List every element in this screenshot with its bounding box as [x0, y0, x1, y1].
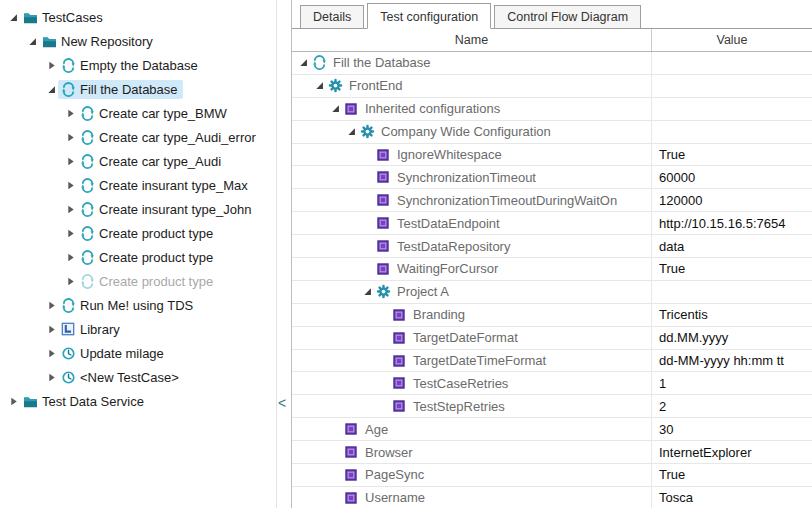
tab-control-flow-diagram[interactable]: Control Flow Diagram — [494, 5, 641, 28]
tree-item-label: Create product type — [99, 226, 213, 241]
expander-icon[interactable] — [6, 13, 20, 22]
tree-item-content[interactable]: Test Data Service — [20, 392, 149, 411]
config-value-cell: 30 — [652, 418, 812, 440]
tree-item[interactable]: Create car type_Audi — [0, 149, 276, 173]
expander-icon[interactable] — [312, 81, 326, 90]
config-row[interactable]: BrandingTricentis — [292, 304, 812, 327]
config-row[interactable]: TestCaseRetries1 — [292, 372, 812, 395]
tree-item[interactable]: Update milage — [0, 341, 276, 365]
column-header-name[interactable]: Name — [292, 29, 652, 51]
tree-item[interactable]: Fill the Database — [0, 77, 276, 101]
config-row[interactable]: SynchronizationTimeoutDuringWaitOn120000 — [292, 189, 812, 212]
tree-item-content[interactable]: Update milage — [58, 344, 169, 363]
expander-icon[interactable] — [44, 349, 58, 358]
config-row[interactable]: Company Wide Configuration — [292, 121, 812, 144]
tab-test-configuration[interactable]: Test configuration — [367, 3, 491, 29]
expander-icon[interactable] — [44, 325, 58, 334]
config-row[interactable]: FrontEnd — [292, 75, 812, 98]
tree-item-content[interactable]: Create insurant type_John — [77, 200, 256, 219]
tree-item-content[interactable]: TestCases — [20, 8, 108, 27]
config-row[interactable]: Fill the Database — [292, 52, 812, 75]
config-row[interactable]: PageSyncTrue — [292, 464, 812, 487]
tree-item-content[interactable]: Library — [58, 320, 125, 339]
config-row[interactable]: TestDataEndpointhttp://10.15.16.5:7654 — [292, 212, 812, 235]
config-row[interactable]: IgnoreWhitespaceTrue — [292, 144, 812, 167]
expander-icon[interactable] — [328, 104, 342, 113]
expander-icon[interactable] — [360, 287, 374, 296]
tree-item[interactable]: Create car type_Audi_error — [0, 125, 276, 149]
expander-icon[interactable] — [63, 133, 77, 142]
config-value-cell: Tosca — [652, 487, 812, 508]
tree-item-content[interactable]: Empty the Database — [58, 56, 203, 75]
tree-item[interactable]: Create product type — [0, 245, 276, 269]
tree-item[interactable]: Create product type — [0, 269, 276, 293]
config-row[interactable]: TargetDateFormatdd.MM.yyyy — [292, 327, 812, 350]
panel-splitter[interactable]: < — [277, 0, 291, 508]
expander-icon[interactable] — [63, 157, 77, 166]
expander-icon[interactable] — [44, 373, 58, 382]
testcase-icon — [78, 202, 96, 217]
tree-item-label: Create car type_Audi_error — [99, 130, 256, 145]
config-row[interactable]: SynchronizationTimeout60000 — [292, 166, 812, 189]
config-row[interactable]: Project A — [292, 281, 812, 304]
tree-item[interactable]: New Repository — [0, 29, 276, 53]
tree-item-content[interactable]: Create product type — [77, 272, 218, 291]
expander-icon[interactable] — [63, 253, 77, 262]
tree-item-content[interactable]: Run Me! using TDS — [58, 296, 198, 315]
expander-icon[interactable] — [63, 181, 77, 190]
tree-item[interactable]: Run Me! using TDS — [0, 293, 276, 317]
expander-icon[interactable] — [44, 301, 58, 310]
tree-item[interactable]: Library — [0, 317, 276, 341]
tree-item[interactable]: Empty the Database — [0, 53, 276, 77]
gear-icon — [326, 78, 344, 93]
tree-item[interactable]: Create product type — [0, 221, 276, 245]
expander-icon[interactable] — [344, 127, 358, 136]
expander-icon[interactable] — [63, 109, 77, 118]
tree-item[interactable]: Create insurant type_Max — [0, 173, 276, 197]
config-name-cell: Fill the Database — [292, 52, 652, 74]
tree-item[interactable]: Create car type_BMW — [0, 101, 276, 125]
config-value-cell: True — [652, 144, 812, 166]
tab-details[interactable]: Details — [300, 5, 364, 28]
tree-item[interactable]: <New TestCase> — [0, 365, 276, 389]
param-icon — [374, 149, 392, 161]
tree-item-content[interactable]: Create product type — [77, 248, 218, 267]
config-row[interactable]: TestStepRetries2 — [292, 395, 812, 418]
expander-icon[interactable] — [25, 37, 39, 46]
tree-item-label: Create product type — [99, 250, 213, 265]
expander-icon[interactable] — [63, 229, 77, 238]
config-name-cell: SynchronizationTimeout — [292, 166, 652, 188]
expander-icon[interactable] — [6, 397, 20, 406]
tree-item[interactable]: Create insurant type_John — [0, 197, 276, 221]
config-row[interactable]: BrowserInternetExplorer — [292, 441, 812, 464]
config-row[interactable]: TargetDateTimeFormatdd-MM-yyyy hh:mm tt — [292, 350, 812, 373]
config-row[interactable]: TestDataRepositorydata — [292, 235, 812, 258]
config-name-cell: Inherited configurations — [292, 98, 652, 120]
config-row[interactable]: Inherited configurations — [292, 98, 812, 121]
collapse-panel-button[interactable]: < — [278, 396, 286, 410]
expander-icon[interactable] — [44, 85, 58, 94]
expander-icon[interactable] — [296, 58, 310, 67]
tree-item[interactable]: TestCases — [0, 5, 276, 29]
expander-icon[interactable] — [44, 61, 58, 70]
testcase-icon — [59, 298, 77, 313]
tree-item-content[interactable]: Create insurant type_Max — [77, 176, 253, 195]
tree-item-content[interactable]: <New TestCase> — [58, 368, 184, 387]
config-row[interactable]: WaitingForCursorTrue — [292, 258, 812, 281]
expander-icon[interactable] — [63, 205, 77, 214]
tree-item-content[interactable]: Create car type_Audi_error — [77, 128, 261, 147]
tree-item-content[interactable]: Create product type — [77, 224, 218, 243]
config-row[interactable]: Age30 — [292, 418, 812, 441]
param-icon — [390, 377, 408, 389]
tree-item-content[interactable]: Create car type_Audi — [77, 152, 226, 171]
param-icon — [342, 423, 360, 435]
expander-icon[interactable] — [63, 277, 77, 286]
config-row[interactable]: UsernameTosca — [292, 487, 812, 508]
tree-item-content[interactable]: Create car type_BMW — [77, 104, 232, 123]
tree-item-content[interactable]: Fill the Database — [58, 80, 183, 99]
tree-item-content[interactable]: New Repository — [39, 32, 158, 51]
tree-item[interactable]: Test Data Service — [0, 389, 276, 413]
column-header-value[interactable]: Value — [652, 29, 812, 51]
tree-item-label: Create insurant type_Max — [99, 178, 248, 193]
library-icon — [59, 322, 77, 336]
